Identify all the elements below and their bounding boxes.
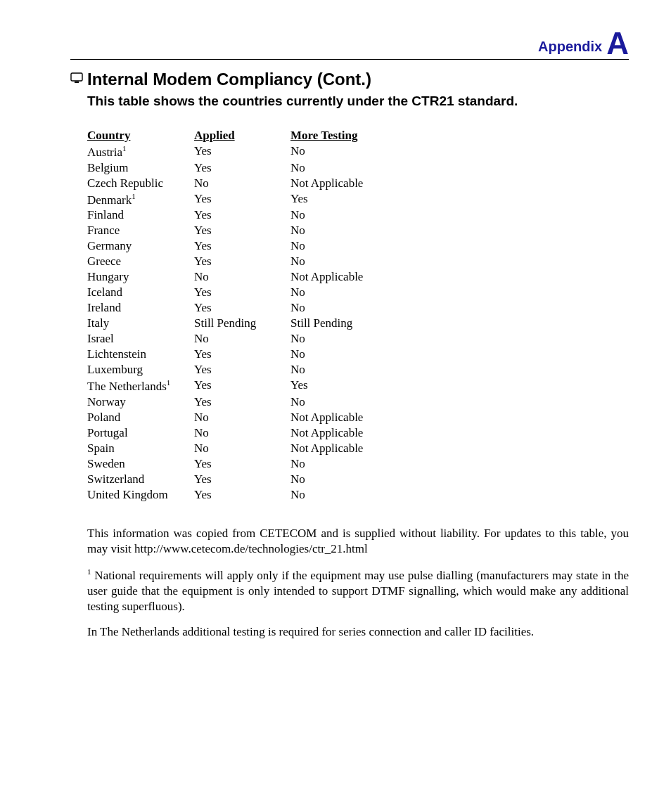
cell-more-testing: No (290, 332, 383, 347)
cell-country: Israel (87, 332, 194, 347)
table-row: IsraelNoNo (87, 332, 383, 347)
cell-applied: Yes (194, 301, 290, 316)
table-header-row: Country Applied More Testing (87, 129, 383, 144)
table-row: United KingdomYesNo (87, 488, 383, 503)
cell-more-testing: Not Applicable (290, 411, 383, 426)
table-row: HungaryNoNot Applicable (87, 270, 383, 285)
cell-country: Austria1 (87, 144, 194, 161)
cell-more-testing: Not Applicable (290, 442, 383, 457)
cell-more-testing: No (290, 224, 383, 239)
cell-country: The Netherlands1 (87, 378, 194, 395)
appendix-label: Appendix (538, 39, 602, 55)
monitor-icon (70, 72, 83, 87)
cell-country: Iceland (87, 285, 194, 301)
table-row: IrelandYesNo (87, 301, 383, 316)
cell-more-testing: No (290, 254, 383, 270)
cell-applied: Yes (194, 224, 290, 239)
table-row: Czech RepublicNoNot Applicable (87, 176, 383, 192)
cell-more-testing: No (290, 301, 383, 316)
table-row: NorwayYesNo (87, 395, 383, 411)
cell-more-testing: No (290, 347, 383, 363)
cell-applied: Yes (194, 347, 290, 363)
cell-country: Hungary (87, 270, 194, 285)
table-row: FranceYesNo (87, 224, 383, 239)
table-row: The Netherlands1YesYes (87, 378, 383, 395)
table-row: LuxemburgYesNo (87, 363, 383, 378)
footer-paragraph-2: 1 National requirements will apply only … (87, 567, 629, 614)
page-subtitle: This table shows the countries currently… (87, 94, 629, 109)
cell-country: Finland (87, 208, 194, 224)
cell-country: Italy (87, 316, 194, 332)
cell-applied: No (194, 442, 290, 457)
footer-paragraph-1: This information was copied from CETECOM… (87, 526, 629, 557)
table-row: SpainNoNot Applicable (87, 442, 383, 457)
table-row: PortugalNoNot Applicable (87, 426, 383, 442)
cell-more-testing: No (290, 285, 383, 301)
cell-country: Germany (87, 239, 194, 254)
cell-more-testing: No (290, 472, 383, 488)
cell-country: Luxemburg (87, 363, 194, 378)
cell-country: Switzerland (87, 472, 194, 488)
table-row: Austria1YesNo (87, 144, 383, 161)
compliancy-table: Country Applied More Testing Austria1Yes… (87, 129, 383, 503)
cell-applied: No (194, 270, 290, 285)
cell-applied: No (194, 426, 290, 442)
cell-country: Greece (87, 254, 194, 270)
cell-more-testing: Not Applicable (290, 176, 383, 192)
cell-applied: Yes (194, 192, 290, 209)
cell-applied: Yes (194, 395, 290, 411)
cell-country: Czech Republic (87, 176, 194, 192)
cell-applied: Still Pending (194, 316, 290, 332)
cell-country: United Kingdom (87, 488, 194, 503)
cell-applied: Yes (194, 488, 290, 503)
page-title: Internal Modem Compliancy (Cont.) (87, 70, 371, 89)
table-row: LichtensteinYesNo (87, 347, 383, 363)
title-row: Internal Modem Compliancy (Cont.) (70, 70, 629, 89)
cell-more-testing: No (290, 161, 383, 176)
cell-country: Norway (87, 395, 194, 411)
cell-more-testing: Yes (290, 192, 383, 209)
table-row: IcelandYesNo (87, 285, 383, 301)
cell-more-testing: No (290, 239, 383, 254)
cell-more-testing: No (290, 488, 383, 503)
cell-country: Lichtenstein (87, 347, 194, 363)
table-row: SwitzerlandYesNo (87, 472, 383, 488)
cell-more-testing: No (290, 144, 383, 161)
footnote-text: National requirements will apply only if… (87, 569, 629, 613)
appendix-letter: A (606, 28, 629, 59)
cell-applied: No (194, 176, 290, 192)
cell-country: France (87, 224, 194, 239)
cell-applied: Yes (194, 239, 290, 254)
cell-applied: Yes (194, 144, 290, 161)
cell-more-testing: Not Applicable (290, 426, 383, 442)
cell-country: Portugal (87, 426, 194, 442)
col-header-more-testing: More Testing (290, 129, 383, 144)
cell-applied: Yes (194, 363, 290, 378)
cell-more-testing: Yes (290, 378, 383, 395)
cell-country: Spain (87, 442, 194, 457)
cell-applied: Yes (194, 254, 290, 270)
table-row: BelgiumYesNo (87, 161, 383, 176)
cell-country: Sweden (87, 457, 194, 472)
table-row: GermanyYesNo (87, 239, 383, 254)
col-header-country: Country (87, 129, 194, 144)
cell-applied: Yes (194, 378, 290, 395)
cell-country: Denmark1 (87, 192, 194, 209)
table-row: Denmark1YesYes (87, 192, 383, 209)
table-row: SwedenYesNo (87, 457, 383, 472)
cell-more-testing: Still Pending (290, 316, 383, 332)
svg-rect-0 (71, 73, 82, 81)
cell-applied: Yes (194, 457, 290, 472)
cell-country: Poland (87, 411, 194, 426)
cell-more-testing: No (290, 208, 383, 224)
cell-country: Belgium (87, 161, 194, 176)
cell-applied: No (194, 411, 290, 426)
footer-paragraph-3: In The Netherlands additional testing is… (87, 624, 629, 640)
svg-rect-1 (75, 82, 79, 83)
cell-more-testing: No (290, 457, 383, 472)
page-header: Appendix A (70, 28, 629, 60)
table-row: PolandNoNot Applicable (87, 411, 383, 426)
cell-applied: Yes (194, 472, 290, 488)
table-row: GreeceYesNo (87, 254, 383, 270)
cell-applied: Yes (194, 208, 290, 224)
